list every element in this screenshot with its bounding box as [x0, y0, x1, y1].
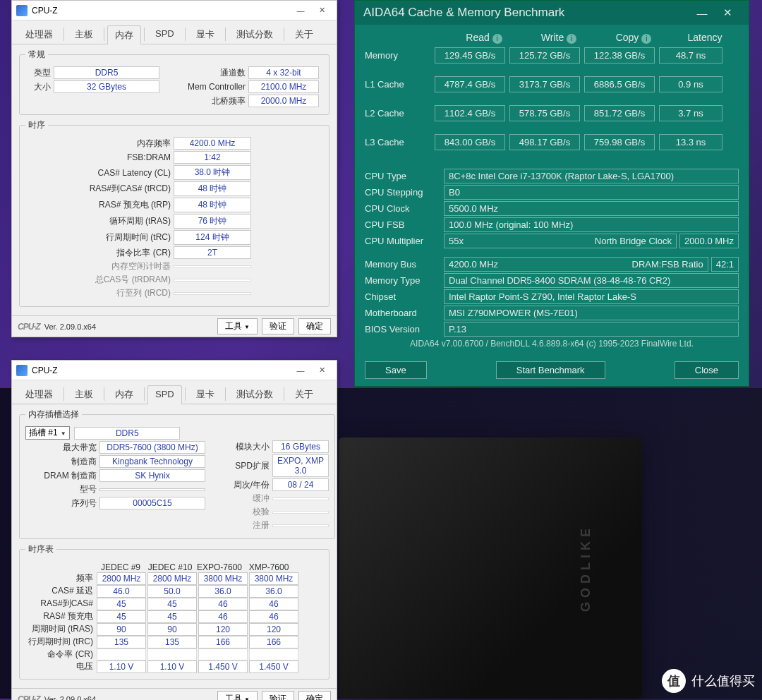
- tab-spd[interactable]: SPD: [147, 25, 182, 44]
- timing-cell: 3800 MHz: [249, 572, 298, 585]
- titlebar[interactable]: AIDA64 Cache & Memory Benchmark — ✕: [355, 1, 749, 25]
- bench-cell: 3173.7 GB/s: [509, 76, 580, 92]
- trc-label: 行周期时间 (tRC): [25, 231, 174, 243]
- timing-cell: 45: [147, 598, 197, 610]
- tab-cpu[interactable]: 处理器: [18, 385, 61, 404]
- tab-strip: 处理器 主板 内存 SPD 显卡 测试分数 关于: [12, 20, 337, 44]
- row-label: 频率: [25, 572, 96, 585]
- tab-graphics[interactable]: 显卡: [188, 385, 222, 404]
- cpuz-logo: CPU-Z: [18, 694, 40, 701]
- close-button[interactable]: Close: [675, 361, 739, 379]
- slot-legend: 内存插槽选择: [25, 409, 82, 421]
- timingtable-legend: 时序表: [25, 543, 56, 555]
- timing-cell: 1.10 V: [147, 660, 197, 673]
- titlebar[interactable]: CPU-Z — ✕: [12, 1, 337, 20]
- tab-about[interactable]: 关于: [287, 25, 321, 44]
- info-icon[interactable]: i: [567, 34, 576, 44]
- timing-headers: JEDEC #9 JEDEC #10 EXPO-7600 XMP-7600: [25, 562, 323, 572]
- registered-value: [272, 524, 329, 527]
- tab-cpu[interactable]: 处理器: [18, 25, 61, 44]
- northbridge-label: 北桥频率: [178, 95, 248, 107]
- general-legend: 常规: [25, 49, 48, 61]
- row-label: L2 Cache: [365, 108, 433, 119]
- hdr-copy: Copyi: [596, 32, 671, 44]
- close-button[interactable]: ✕: [715, 6, 740, 19]
- cl-label: CAS# Latency (CL): [25, 168, 174, 178]
- slot-dropdown[interactable]: 插槽 #1: [25, 426, 70, 440]
- info-value: MSI Z790MPOWER (MS-7E01): [444, 306, 739, 320]
- timing-cell: 36.0: [198, 585, 248, 598]
- info-label: Memory Type: [365, 275, 444, 286]
- watermark-icon: 值: [662, 669, 686, 693]
- memcontroller-label: Mem Controller: [178, 82, 248, 92]
- info-label: CPU FSB: [365, 219, 444, 230]
- tab-memory[interactable]: 内存: [107, 25, 141, 44]
- tab-graphics[interactable]: 显卡: [188, 25, 222, 44]
- titlebar[interactable]: CPU-Z — ✕: [12, 361, 337, 380]
- minimize-button[interactable]: —: [689, 7, 715, 19]
- start-benchmark-button[interactable]: Start Benchmark: [496, 361, 605, 379]
- spdext-label: SPD扩展: [223, 460, 272, 472]
- minimize-button[interactable]: —: [290, 363, 311, 378]
- ok-button[interactable]: 确定: [298, 691, 331, 700]
- timing-row: 电压1.10 V1.10 V1.450 V1.450 V: [25, 660, 323, 673]
- info-row: BIOS VersionP.13: [355, 321, 749, 337]
- hdr-read: Readi: [447, 32, 521, 44]
- trcd-value: 48 时钟: [174, 181, 251, 196]
- bench-cell: 48.7 ns: [659, 47, 722, 64]
- bench-cell: 759.98 GB/s: [584, 134, 655, 150]
- close-button[interactable]: ✕: [311, 4, 332, 18]
- timing-cell: 90: [97, 623, 146, 636]
- row-label: L3 Cache: [365, 137, 433, 147]
- timing-cell: [97, 648, 146, 660]
- part-value: [99, 488, 205, 491]
- timing-cell: 45: [97, 610, 146, 623]
- validate-button[interactable]: 验证: [262, 318, 294, 334]
- tools-button[interactable]: 工具 ▼: [217, 318, 258, 334]
- info-value: 100.0 MHz (original: 100 MHz): [444, 217, 739, 232]
- bench-row: Memory129.45 GB/s125.72 GB/s122.38 GB/s4…: [355, 45, 749, 66]
- tab-bench[interactable]: 测试分数: [229, 25, 281, 44]
- bench-cell: 851.72 GB/s: [584, 105, 655, 121]
- timing-cell: 135: [97, 636, 146, 648]
- info-extra: 2000.0 MHz: [679, 234, 739, 248]
- bench-cell: 122.38 GB/s: [584, 47, 655, 64]
- tab-spd[interactable]: SPD: [147, 385, 182, 404]
- info-row: CPU SteppingB0: [355, 184, 749, 200]
- info-value: 5500.0 MHz: [444, 201, 739, 216]
- info-icon[interactable]: i: [492, 34, 502, 44]
- hdr-xmp: XMP-7600: [244, 562, 294, 572]
- registered-label: 注册: [223, 519, 272, 531]
- tools-button[interactable]: 工具 ▼: [217, 691, 258, 700]
- mfg-label: 制造商: [25, 456, 99, 468]
- tab-memory[interactable]: 内存: [107, 385, 141, 404]
- tab-strip: 处理器 主板 内存 SPD 显卡 测试分数 关于: [12, 380, 337, 404]
- idle-label: 内存空闲计时器: [25, 260, 174, 272]
- tab-mainboard[interactable]: 主板: [67, 385, 101, 404]
- timing-cell: 2800 MHz: [147, 572, 197, 585]
- size-label: 大小: [25, 81, 54, 93]
- tras-value: 76 时钟: [174, 214, 251, 229]
- info-extra: 42:1: [711, 257, 739, 272]
- type-label: 类型: [25, 67, 54, 79]
- minimize-button[interactable]: —: [290, 4, 311, 18]
- idle-value: [174, 265, 251, 268]
- timing-cell: 1.450 V: [249, 660, 298, 673]
- drammfg-value: SK Hynix: [99, 469, 205, 482]
- memcontroller-value: 2100.0 MHz: [248, 80, 319, 93]
- freq-label: 内存频率: [25, 138, 174, 150]
- cr-label: 指令比率 (CR): [25, 247, 174, 259]
- validate-button[interactable]: 验证: [262, 691, 294, 700]
- channels-value: 4 x 32-bit: [248, 66, 319, 79]
- tab-about[interactable]: 关于: [287, 385, 321, 404]
- info-value: 8C+8c Intel Core i7-13700K (Raptor Lake-…: [444, 169, 739, 183]
- info-icon[interactable]: i: [641, 34, 651, 44]
- tab-bench[interactable]: 测试分数: [229, 385, 281, 404]
- ok-button[interactable]: 确定: [298, 318, 331, 334]
- version-text: Ver. 2.09.0.x64: [44, 695, 213, 701]
- close-button[interactable]: ✕: [311, 363, 332, 378]
- tab-mainboard[interactable]: 主板: [67, 25, 101, 44]
- timing-cell: 166: [249, 636, 298, 648]
- row-label: L1 Cache: [365, 79, 433, 90]
- save-button[interactable]: Save: [365, 361, 427, 379]
